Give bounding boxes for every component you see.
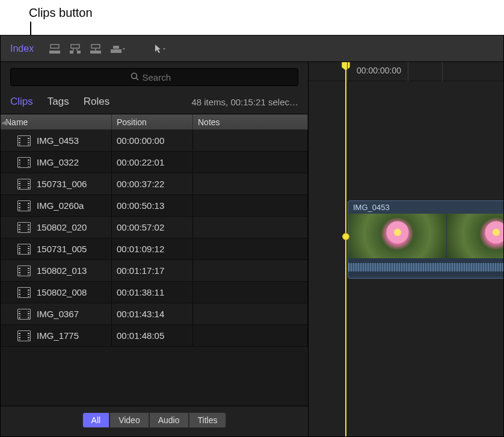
toolbar: Index [1, 36, 503, 62]
search-input[interactable] [143, 72, 179, 82]
clip-icon [17, 265, 31, 276]
timecode-label: 00:00:00:00 [357, 66, 401, 75]
clips-table: Name Position Notes IMG_045300:00:00:00I… [1, 114, 308, 406]
range-marker-icon[interactable] [342, 233, 349, 240]
cell-position: 00:00:57:02 [112, 217, 193, 238]
column-header-position[interactable]: Position [112, 114, 193, 129]
cell-position: 00:00:50:13 [112, 195, 193, 216]
select-tool-icon[interactable] [153, 43, 167, 54]
cell-position: 00:01:17:17 [112, 260, 193, 281]
annotation-label: Clips button [29, 6, 93, 20]
cell-name: 150802_013 [1, 260, 112, 281]
filter-audio[interactable]: Audio [149, 412, 189, 428]
svg-rect-4 [77, 51, 81, 54]
cell-notes [193, 130, 308, 151]
filter-titles[interactable]: Titles [189, 412, 227, 428]
table-row[interactable]: 150731_00600:00:37:22 [1, 173, 308, 195]
timeline-ruler[interactable]: 00:00:00:00 [309, 62, 503, 81]
cell-notes [193, 282, 308, 303]
search-icon [131, 72, 139, 82]
connect-tool-icon[interactable] [48, 43, 61, 54]
index-button[interactable]: Index [10, 43, 34, 54]
cell-name: 150802_020 [1, 217, 112, 238]
cell-name: 150731_005 [1, 238, 112, 259]
svg-rect-0 [51, 45, 59, 48]
index-tabs: Clips Tags Roles 48 items, 00:15:21 sele… [1, 92, 308, 114]
table-row[interactable]: 150731_00500:01:09:12 [1, 238, 308, 260]
overwrite-tool-icon[interactable] [109, 43, 126, 54]
svg-rect-8 [113, 46, 119, 49]
timeline[interactable]: 00:00:00:00 IMG_0453 [309, 62, 503, 436]
table-row[interactable]: IMG_036700:01:43:14 [1, 303, 308, 325]
svg-rect-2 [71, 45, 79, 48]
column-header-name[interactable]: Name [1, 114, 112, 129]
tab-clips[interactable]: Clips [10, 96, 33, 108]
cell-name: IMG_0322 [1, 152, 112, 173]
svg-rect-3 [70, 51, 73, 54]
filter-buttons: All Video Audio Titles [1, 406, 308, 436]
clip-name-text: IMG_0260a [37, 200, 84, 211]
table-row[interactable]: IMG_0260a00:00:50:13 [1, 195, 308, 217]
svg-line-10 [136, 78, 138, 80]
table-row[interactable]: IMG_045300:00:00:00 [1, 130, 308, 152]
cell-name: IMG_1775 [1, 325, 112, 346]
search-wrap [1, 62, 308, 92]
filter-all[interactable]: All [82, 412, 110, 428]
clip-icon [17, 244, 31, 255]
table-header: Name Position Notes [1, 114, 308, 130]
insert-tool-icon[interactable] [69, 43, 82, 54]
clip-name-text: IMG_0367 [37, 309, 79, 319]
tab-tags[interactable]: Tags [48, 96, 69, 108]
cell-position: 00:00:22:01 [112, 152, 193, 173]
clip-icon [17, 135, 31, 146]
table-row[interactable]: 150802_01300:01:17:17 [1, 260, 308, 282]
clip-name-text: IMG_0453 [37, 135, 79, 146]
table-row[interactable]: IMG_032200:00:22:01 [1, 152, 308, 173]
cell-name: 150731_006 [1, 173, 112, 194]
clip-icon [17, 330, 31, 341]
column-header-notes[interactable]: Notes [193, 114, 308, 129]
clip-name-text: 150802_013 [37, 265, 87, 276]
tab-roles[interactable]: Roles [84, 96, 109, 108]
clip-icon [17, 200, 31, 211]
table-row[interactable]: 150802_02000:00:57:02 [1, 217, 308, 238]
table-row[interactable]: 150802_00800:01:38:11 [1, 282, 308, 303]
search-field[interactable] [10, 68, 298, 86]
content-area: Clips Tags Roles 48 items, 00:15:21 sele… [1, 62, 503, 436]
cell-notes [193, 195, 308, 216]
append-tool-icon[interactable] [89, 43, 102, 54]
cell-notes [193, 303, 308, 324]
app-window: Index [0, 35, 504, 437]
clip-title: IMG_0453 [348, 201, 503, 214]
cell-name: IMG_0367 [1, 303, 112, 324]
clip-name-text: 150731_005 [37, 244, 87, 254]
svg-rect-5 [91, 45, 100, 48]
clip-icon [17, 222, 31, 233]
cell-name: 150802_008 [1, 282, 112, 303]
cell-position: 00:01:09:12 [112, 238, 193, 259]
timeline-clip[interactable]: IMG_0453 [348, 200, 503, 279]
selection-status: 48 items, 00:15:21 selec… [191, 97, 298, 107]
clip-icon [17, 287, 31, 298]
clip-thumbnail [348, 214, 447, 258]
svg-rect-6 [90, 51, 101, 54]
svg-rect-1 [49, 51, 60, 54]
cell-notes [193, 217, 308, 238]
table-row[interactable]: IMG_177500:01:48:05 [1, 325, 308, 347]
cell-position: 00:01:48:05 [112, 325, 193, 346]
index-sidebar: Clips Tags Roles 48 items, 00:15:21 sele… [1, 62, 309, 436]
clip-name-text: IMG_0322 [37, 157, 79, 167]
clip-name-text: 150802_020 [37, 222, 87, 232]
cell-notes [193, 152, 308, 173]
cell-position: 00:01:38:11 [112, 282, 193, 303]
ruler-tick [347, 62, 348, 81]
toolbar-icons [48, 43, 167, 54]
playhead-line[interactable] [345, 62, 346, 436]
cell-name: IMG_0453 [1, 130, 112, 151]
svg-rect-7 [111, 49, 121, 53]
clip-thumbnail [447, 214, 503, 258]
filter-video[interactable]: Video [109, 412, 149, 428]
cell-notes [193, 325, 308, 346]
cell-notes [193, 260, 308, 281]
clip-icon [17, 179, 31, 190]
